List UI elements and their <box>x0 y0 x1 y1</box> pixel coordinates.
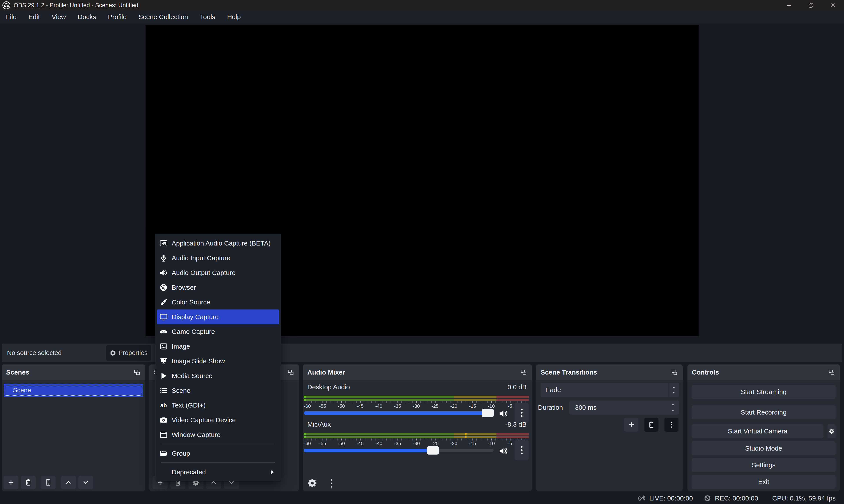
add-scene-button[interactable] <box>3 476 18 489</box>
context-menu-item-label: Audio Input Capture <box>172 254 230 262</box>
context-menu-item[interactable]: Group <box>157 446 279 461</box>
mixer-channel: Mic/Aux -8.3 dB -60-55-50-45-40-35-30-25… <box>306 420 529 457</box>
studio-mode-button[interactable]: Studio Mode <box>692 442 836 455</box>
peak-marker <box>465 436 467 438</box>
svg-text:ab: ab <box>160 402 167 408</box>
popout-icon[interactable] <box>670 369 678 376</box>
audio-input-capture-icon <box>159 254 168 262</box>
window-capture-icon <box>159 431 168 439</box>
mixer-menu-icon[interactable] <box>329 478 334 488</box>
mixer-channel: Desktop Audio 0.0 dB -60-55-50-45-40-35-… <box>306 382 529 420</box>
menu-file[interactable]: File <box>0 11 22 23</box>
scenes-panel-header: Scenes <box>2 364 145 380</box>
popout-icon[interactable] <box>520 369 527 376</box>
context-menu-item[interactable]: Media Source <box>157 368 279 383</box>
virtual-camera-settings-button[interactable] <box>827 424 836 438</box>
popout-icon[interactable] <box>287 369 294 376</box>
context-menu-item[interactable]: Video Capture Device <box>157 413 279 427</box>
context-menu-item[interactable]: Image <box>157 339 279 354</box>
image-slideshow-icon <box>159 357 168 365</box>
transition-select[interactable]: Fade <box>541 383 679 397</box>
image-icon <box>159 342 168 350</box>
volume-slider[interactable] <box>304 411 493 415</box>
text-gdi-icon: ab <box>159 401 168 410</box>
context-menu-item[interactable]: Image Slide Show <box>157 354 279 368</box>
menu-help[interactable]: Help <box>221 11 247 23</box>
group-icon <box>159 449 168 457</box>
start-virtual-camera-button[interactable]: Start Virtual Camera <box>692 424 824 438</box>
context-menu-item-label: Display Capture <box>172 313 218 321</box>
context-menu-item[interactable]: Game Capture <box>157 324 279 339</box>
live-status: LIVE: 00:00:00 <box>638 494 693 503</box>
cpu-status: CPU: 0.1%, 59.94 fps <box>772 494 836 502</box>
audio-mixer-panel: Audio Mixer Desktop Audio 0.0 dB -60-55-… <box>303 364 532 491</box>
volume-slider-handle[interactable] <box>427 446 439 454</box>
meter-ticks <box>304 438 529 440</box>
transition-select-arrows[interactable] <box>668 383 679 397</box>
volume-slider[interactable] <box>304 449 493 452</box>
context-menu-item-label: Video Capture Device <box>172 416 236 424</box>
restore-button[interactable] <box>800 0 822 11</box>
record-off-icon <box>703 494 712 503</box>
context-menu-item-label: Group <box>172 450 190 457</box>
obs-logo-icon <box>2 1 11 10</box>
context-menu-item[interactable]: Display Capture <box>157 309 279 324</box>
menu-bar: File Edit View Docks Profile Scene Colle… <box>0 11 844 23</box>
popout-icon[interactable] <box>133 369 141 376</box>
mixer-channel-name: Desktop Audio <box>307 383 350 391</box>
meter-ticks <box>304 401 529 403</box>
menu-scene-collection[interactable]: Scene Collection <box>132 11 194 23</box>
rec-status: REC: 00:00:00 <box>703 494 758 503</box>
peak-marker <box>465 433 467 435</box>
context-menu-item[interactable]: Audio Output Capture <box>157 265 279 280</box>
remove-transition-button[interactable] <box>644 418 659 432</box>
menu-tools[interactable]: Tools <box>194 11 221 23</box>
audio-mixer-title: Audio Mixer <box>307 368 345 376</box>
add-transition-button[interactable] <box>624 418 639 432</box>
start-recording-button[interactable]: Start Recording <box>692 405 836 419</box>
menu-edit[interactable]: Edit <box>22 11 46 23</box>
context-menu-item-label: Color Source <box>172 299 210 306</box>
scene-list-item[interactable]: Scene <box>4 384 143 397</box>
context-menu-item[interactable]: Window Capture <box>157 427 279 442</box>
game-capture-icon <box>159 327 168 336</box>
context-menu-item-label: Audio Output Capture <box>172 269 235 276</box>
remove-scene-button[interactable] <box>21 476 36 489</box>
audio-output-capture-icon <box>159 269 168 277</box>
scenes-panel: Scenes Scene <box>2 364 145 491</box>
volume-slider-handle[interactable] <box>482 409 494 417</box>
source-toolbar: No source selected Properties <box>2 344 842 362</box>
scene-down-button[interactable] <box>78 476 93 489</box>
scene-up-button[interactable] <box>61 476 76 489</box>
context-menu-item-label: Game Capture <box>172 328 215 336</box>
speaker-icon[interactable] <box>498 446 508 455</box>
menu-view[interactable]: View <box>46 11 72 23</box>
scene-icon <box>159 386 168 395</box>
context-menu-item[interactable]: Color Source <box>157 295 279 309</box>
gear-icon <box>110 350 116 356</box>
speaker-icon[interactable] <box>498 409 508 418</box>
menu-docks[interactable]: Docks <box>72 11 102 23</box>
cpu-fps-text: CPU: 0.1%, 59.94 fps <box>772 494 836 502</box>
properties-button[interactable]: Properties <box>106 345 151 361</box>
advanced-audio-properties-icon[interactable] <box>307 478 318 488</box>
duration-spin-arrows[interactable] <box>671 400 676 415</box>
settings-button[interactable]: Settings <box>692 458 836 472</box>
minimize-button[interactable] <box>778 0 800 11</box>
menu-separator <box>161 463 275 463</box>
exit-button[interactable]: Exit <box>692 475 836 489</box>
duration-spinbox[interactable]: 300 ms <box>569 400 679 415</box>
close-button[interactable] <box>822 0 844 11</box>
context-menu-item[interactable]: Audio Input Capture <box>157 251 279 265</box>
channel-menu-button[interactable] <box>515 440 529 460</box>
context-menu-item[interactable]: abText (GDI+) <box>157 398 279 413</box>
scene-filters-button[interactable] <box>41 476 56 489</box>
menu-profile[interactable]: Profile <box>102 11 132 23</box>
context-menu-item[interactable]: Scene <box>157 383 279 398</box>
context-menu-item[interactable]: Browser <box>157 280 279 295</box>
popout-icon[interactable] <box>827 369 836 376</box>
context-menu-item[interactable]: Application Audio Capture (BETA) <box>157 236 279 251</box>
start-streaming-button[interactable]: Start Streaming <box>692 385 836 399</box>
context-menu-item[interactable]: Deprecated <box>157 465 279 480</box>
transition-menu-button[interactable] <box>664 418 679 432</box>
